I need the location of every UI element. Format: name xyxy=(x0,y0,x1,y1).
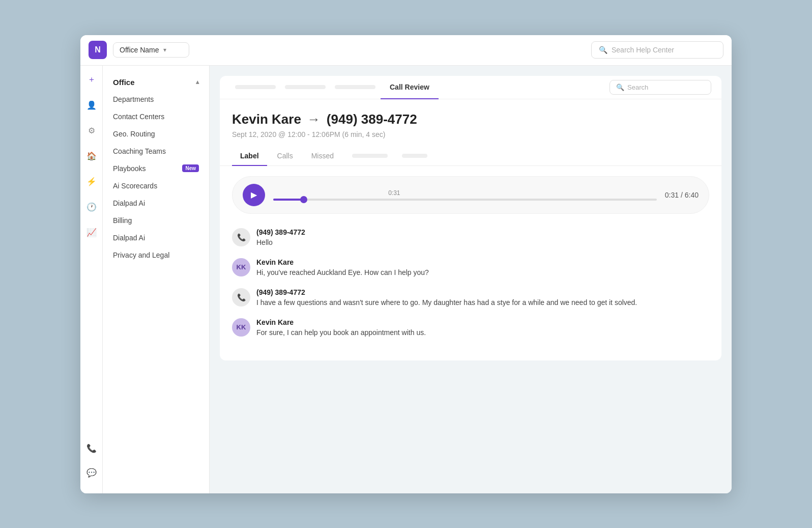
play-button[interactable]: ▶ xyxy=(243,184,265,206)
inner-tab-calls[interactable]: Calls xyxy=(269,147,301,166)
transcript: 📞 (949) 389-4772 Hello KK Kevin Kare Hi,… xyxy=(220,224,721,360)
nav-icon-home[interactable]: 🏠 xyxy=(83,148,100,164)
progress-thumb xyxy=(300,196,307,203)
transcript-text-0: (949) 389-4772 Hello xyxy=(256,228,305,248)
main-search-input[interactable]: 🔍 Search xyxy=(610,80,711,95)
help-search-input[interactable]: 🔍 Search Help Center xyxy=(591,41,723,59)
nav-icon-gear[interactable]: ⚙ xyxy=(83,123,100,139)
speaker-name-2: (949) 389-4772 xyxy=(256,288,637,296)
search-icon: 🔍 xyxy=(616,84,624,91)
office-selector[interactable]: Office Name ▾ xyxy=(113,42,189,58)
sidebar-item-playbooks[interactable]: Playbooks New xyxy=(103,160,209,177)
inner-tab-missed[interactable]: Missed xyxy=(303,147,342,166)
content-card: Call Review 🔍 Search Kevin Kare → (949) … xyxy=(220,76,721,360)
message-0: Hello xyxy=(256,237,305,248)
arrow-icon: → xyxy=(307,112,321,127)
sidebar: Office ▴ Departments Contact Centers Geo… xyxy=(103,66,210,493)
nav-icon-add[interactable]: ＋ xyxy=(83,72,100,88)
audio-player: ▶ 0:31 0:31 / 6:40 xyxy=(232,176,709,214)
avatar-1: KK xyxy=(232,258,250,276)
inner-tab-placeholder-1 xyxy=(352,154,388,158)
top-bar: N Office Name ▾ 🔍 Search Help Center xyxy=(80,35,732,66)
icon-nav: ＋ 👤 ⚙ 🏠 ⚡ 🕐 📈 📞 💬 xyxy=(80,66,103,493)
office-selector-label: Office Name xyxy=(120,46,159,54)
call-header: Kevin Kare → (949) 389-4772 Sept 12, 202… xyxy=(220,99,721,147)
time-display: 0:31 / 6:40 xyxy=(665,191,699,199)
inner-tab-placeholder-2 xyxy=(402,154,427,158)
help-search-placeholder: Search Help Center xyxy=(612,46,674,54)
tab-placeholder-3 xyxy=(335,85,375,89)
sidebar-item-geo-routing[interactable]: Geo. Routing xyxy=(103,125,209,143)
current-time: 0:31 xyxy=(665,191,679,199)
phone-number: (949) 389-4772 xyxy=(327,112,417,127)
transcript-text-1: Kevin Kare Hi, you've reached Auckland E… xyxy=(256,258,429,278)
progress-bar[interactable] xyxy=(273,199,657,201)
sidebar-item-departments[interactable]: Departments xyxy=(103,91,209,108)
speaker-name-0: (949) 389-4772 xyxy=(256,228,305,236)
tab-placeholder-2 xyxy=(285,85,326,89)
chevron-up-icon: ▴ xyxy=(196,78,199,86)
sidebar-section-label: Office xyxy=(113,78,135,87)
app-logo: N xyxy=(89,41,107,59)
icon-nav-bottom: 📞 💬 xyxy=(83,440,100,487)
nav-icon-chart[interactable]: ⚡ xyxy=(83,174,100,190)
search-placeholder: Search xyxy=(627,84,648,91)
progress-time-marker: 0:31 xyxy=(273,189,657,197)
nav-icon-trend[interactable]: 📈 xyxy=(83,225,100,241)
sidebar-item-billing[interactable]: Billing xyxy=(103,212,209,229)
sidebar-item-coaching-teams[interactable]: Coaching Teams xyxy=(103,143,209,160)
message-3: For sure, I can help you book an appoint… xyxy=(256,327,426,338)
nav-icon-chat[interactable]: 💬 xyxy=(83,465,100,481)
main-layout: ＋ 👤 ⚙ 🏠 ⚡ 🕐 📈 📞 💬 Office ▴ Departments C… xyxy=(80,66,732,493)
search-icon: 🔍 xyxy=(599,46,607,54)
sidebar-item-dialpad-ai-2[interactable]: Dialpad Ai xyxy=(103,229,209,246)
progress-container: 0:31 xyxy=(273,189,657,201)
call-title: Kevin Kare → (949) 389-4772 xyxy=(232,112,709,127)
chevron-down-icon: ▾ xyxy=(163,46,166,53)
message-1: Hi, you've reached Auckland Eye. How can… xyxy=(256,267,429,278)
new-badge: New xyxy=(182,164,199,172)
tab-call-review[interactable]: Call Review xyxy=(381,76,439,99)
transcript-item-2: 📞 (949) 389-4772 I have a few questions … xyxy=(232,288,709,308)
main-tabs-row: Call Review 🔍 Search xyxy=(220,76,721,99)
nav-icon-phone[interactable]: 📞 xyxy=(83,440,100,457)
progress-fill xyxy=(273,199,304,201)
nav-icon-user[interactable]: 👤 xyxy=(83,97,100,114)
inner-tabs: Label Calls Missed xyxy=(220,147,721,166)
transcript-item-3: KK Kevin Kare For sure, I can help you b… xyxy=(232,318,709,338)
speaker-name-1: Kevin Kare xyxy=(256,258,429,266)
transcript-text-3: Kevin Kare For sure, I can help you book… xyxy=(256,318,426,338)
sidebar-item-ai-scorecards[interactable]: Ai Scorecards xyxy=(103,177,209,194)
caller-name: Kevin Kare xyxy=(232,112,301,127)
sidebar-item-dialpad-ai[interactable]: Dialpad Ai xyxy=(103,194,209,212)
transcript-item-0: 📞 (949) 389-4772 Hello xyxy=(232,228,709,248)
sidebar-section-office[interactable]: Office ▴ xyxy=(103,74,209,91)
transcript-item-1: KK Kevin Kare Hi, you've reached Aucklan… xyxy=(232,258,709,278)
caller-icon-0: 📞 xyxy=(232,228,250,246)
time-separator: / xyxy=(681,191,685,199)
message-2: I have a few questions and wasn't sure w… xyxy=(256,297,637,308)
sidebar-item-contact-centers[interactable]: Contact Centers xyxy=(103,108,209,125)
tab-placeholder-1 xyxy=(235,85,276,89)
transcript-text-2: (949) 389-4772 I have a few questions an… xyxy=(256,288,637,308)
speaker-name-3: Kevin Kare xyxy=(256,318,426,326)
total-time: 6:40 xyxy=(685,191,699,199)
caller-icon-2: 📞 xyxy=(232,288,250,307)
inner-tab-label[interactable]: Label xyxy=(232,147,267,166)
nav-icon-history[interactable]: 🕐 xyxy=(83,199,100,215)
call-datetime: Sept 12, 2020 @ 12:00 - 12:06PM (6 min, … xyxy=(232,130,709,138)
content-area: Call Review 🔍 Search Kevin Kare → (949) … xyxy=(210,66,732,493)
avatar-3: KK xyxy=(232,318,250,337)
sidebar-item-privacy-legal[interactable]: Privacy and Legal xyxy=(103,246,209,264)
